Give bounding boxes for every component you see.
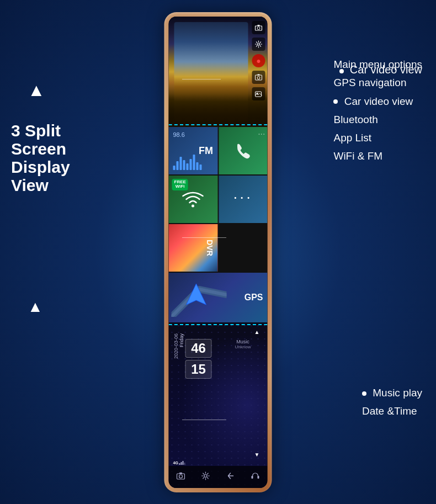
nav-camera-icon[interactable] xyxy=(177,472,185,481)
signal-bars xyxy=(179,461,185,465)
dvr-label: DVR xyxy=(205,240,214,256)
phone-icon xyxy=(233,141,253,161)
datetime-label: Date &Time xyxy=(362,402,422,420)
svg-rect-6 xyxy=(258,74,260,75)
svg-point-3 xyxy=(258,43,260,45)
arrow-up-top: ▲ xyxy=(28,80,45,100)
menu-label-car: Car video view xyxy=(333,92,422,110)
svg-point-18 xyxy=(204,475,207,478)
svg-rect-19 xyxy=(251,476,253,479)
menu-label-applist: App List xyxy=(333,129,422,147)
dots-icon: ··· xyxy=(233,188,253,210)
status-bar: 4G xyxy=(171,461,265,465)
fm-bars xyxy=(173,155,202,170)
arrow-up-bottom: ▲ xyxy=(28,298,43,316)
music-label: Music play xyxy=(362,384,422,402)
day-display: Friday xyxy=(179,333,184,347)
wifi-badge: FREEWiFi xyxy=(172,179,188,191)
scroll-down-arrow[interactable]: ▼ xyxy=(254,452,260,458)
gps-cell[interactable]: GPS xyxy=(169,273,268,322)
connector-line-menu xyxy=(182,237,226,238)
music-title: Music xyxy=(235,339,251,344)
device-screen: ● 98.6 xyxy=(169,17,268,488)
camera-icon xyxy=(252,21,265,34)
signal-indicator: 4G xyxy=(173,461,185,465)
menu-labels-block: Main menu options GPS navigation Car vid… xyxy=(333,55,422,166)
device-frame: ● 98.6 xyxy=(164,12,272,492)
wifi-icon xyxy=(182,190,204,208)
hour-display: 46 xyxy=(185,339,212,358)
split-screen-section: 98.6 FM xyxy=(169,127,268,322)
fm-label: FM xyxy=(199,145,213,156)
gps-label: GPS xyxy=(244,293,263,303)
svg-point-16 xyxy=(179,475,183,478)
svg-rect-20 xyxy=(257,476,259,479)
nav-settings-icon[interactable] xyxy=(201,471,210,482)
music-info: Music Unknow xyxy=(235,339,251,349)
svg-point-9 xyxy=(192,204,194,207)
svg-rect-17 xyxy=(179,473,182,474)
music-artist: Unknow xyxy=(235,344,251,349)
bottom-nav-bar xyxy=(169,466,268,488)
menu-label-gps: GPS navigation xyxy=(333,73,422,92)
menu-label-wifi: WiFi & FM xyxy=(333,147,422,165)
split-grid: 98.6 FM xyxy=(169,127,268,322)
menu-label-main: Main menu options xyxy=(333,55,422,73)
svg-rect-2 xyxy=(258,25,260,26)
phone-cell[interactable]: ··· xyxy=(219,127,268,174)
wifi-cell[interactable]: FREEWiFi xyxy=(169,176,218,223)
menu-label-bluetooth: Bluetooth xyxy=(333,110,422,129)
split-screen-label: 3 SplitScreenDisplayView xyxy=(11,121,70,194)
time-display: 46 15 xyxy=(185,339,212,379)
fm-cell[interactable]: 98.6 FM xyxy=(169,127,218,174)
fm-frequency: 98.6 xyxy=(173,131,185,138)
music-labels-block: Music play Date &Time xyxy=(362,384,422,421)
dvr-cell[interactable]: DVR xyxy=(169,224,218,272)
nav-headphones-icon[interactable] xyxy=(251,472,259,481)
svg-marker-14 xyxy=(187,284,206,305)
svg-point-5 xyxy=(257,76,260,79)
connector-line-music xyxy=(182,420,226,420)
gps-arrow xyxy=(185,283,208,312)
camera-icons-strip: ● xyxy=(252,21,265,100)
car-video-section: ● xyxy=(169,17,268,127)
scroll-up-arrow[interactable]: ▲ xyxy=(254,329,260,335)
photo-icon xyxy=(252,71,265,84)
settings-small-icon xyxy=(252,38,265,51)
bottom-section: ▲ 2020-03-06 Friday 46 15 Music Unknow ▼ xyxy=(169,322,268,488)
minute-display: 15 xyxy=(185,360,212,379)
record-icon: ● xyxy=(252,54,265,67)
svg-point-1 xyxy=(257,26,260,29)
date-display: 2020-03-06 xyxy=(173,333,179,359)
connector-line-car-video xyxy=(182,79,221,79)
4g-label: 4G xyxy=(173,461,178,465)
device-frame-wrapper: ● 98.6 xyxy=(164,12,272,492)
phone-dots: ··· xyxy=(258,129,265,139)
dots-cell[interactable]: ··· xyxy=(219,176,268,223)
nav-back-icon[interactable] xyxy=(226,472,235,481)
gallery-icon xyxy=(252,87,265,100)
